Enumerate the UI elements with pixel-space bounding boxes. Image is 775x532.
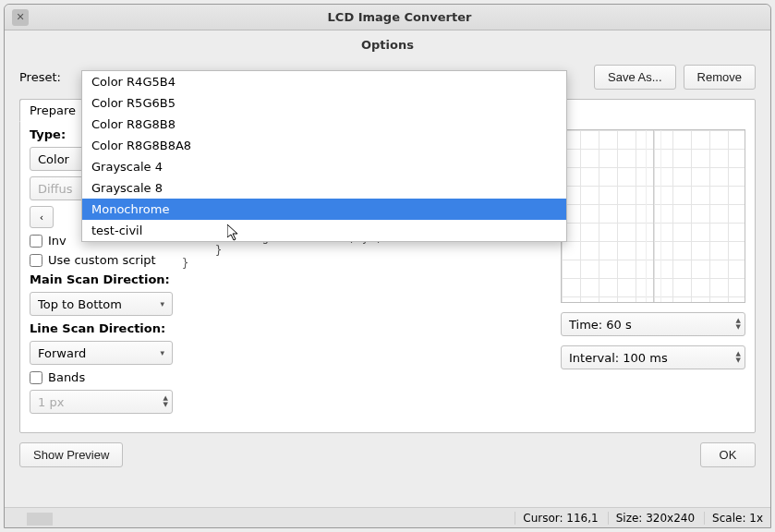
main-scan-value: Top to Bottom [38,297,122,311]
preset-dropdown[interactable]: Color R4G5B4Color R5G6B5Color R8G8B8Colo… [81,70,567,242]
dither-value: Diffus [38,182,73,196]
close-button[interactable]: ✕ [12,9,29,26]
show-preview-button[interactable]: Show Preview [19,442,123,467]
main-scan-select[interactable]: Top to Bottom ▾ [30,292,173,316]
custom-script-checkbox[interactable]: Use custom script [30,253,173,267]
spinner-icon[interactable]: ▲▼ [736,351,741,364]
preset-option[interactable]: Color R8G8B8A8 [82,135,566,156]
preset-option[interactable]: Color R4G5B4 [82,71,566,92]
dialog-title: Options [5,30,770,59]
invert-input[interactable] [30,235,42,248]
type-value: Color [38,152,69,166]
time-spinbox[interactable]: Time: 60 s ▲▼ [561,312,745,336]
save-as-button[interactable]: Save As... [594,65,676,90]
resize-grip[interactable] [27,513,53,526]
bands-px-spinbox: 1 px ▲▼ [30,390,173,414]
custom-script-input[interactable] [30,254,42,267]
preset-option[interactable]: Monochrome [82,199,566,220]
line-scan-label: Line Scan Direction: [30,321,173,335]
remove-button[interactable]: Remove [684,65,756,90]
preset-option[interactable]: Color R8G8B8 [82,114,566,135]
line-scan-select[interactable]: Forward ▾ [30,341,173,365]
preset-option[interactable]: test-civil [82,220,566,241]
preset-option[interactable]: Color R5G6B5 [82,92,566,114]
preview-grid [561,129,745,303]
ok-button[interactable]: OK [700,442,756,467]
preset-option[interactable]: Grayscale 4 [82,156,566,177]
spinner-icon: ▲▼ [163,395,168,408]
chevron-down-icon: ▾ [156,299,168,308]
bands-px-value: 1 px [38,395,64,409]
window-title: LCD Image Converter [29,10,770,24]
prev-button[interactable]: ‹ [30,206,54,228]
main-scan-label: Main Scan Direction: [30,272,173,286]
line-scan-value: Forward [38,346,86,360]
interval-value: Interval: 100 ms [569,351,668,365]
status-size: Size: 320x240 [608,512,695,525]
bands-input[interactable] [30,371,42,384]
invert-label: Inv [48,234,67,248]
interval-spinbox[interactable]: Interval: 100 ms ▲▼ [561,345,745,369]
tab-prepare[interactable]: Prepare [19,99,86,122]
preset-option[interactable]: Grayscale 8 [82,177,566,199]
chevron-down-icon: ▾ [156,348,168,357]
status-cursor: Cursor: 116,1 [515,512,598,525]
bands-checkbox[interactable]: Bands [30,370,173,384]
preset-label: Preset: [19,70,61,84]
custom-script-label: Use custom script [48,253,156,267]
spinner-icon[interactable]: ▲▼ [736,318,741,331]
status-scale: Scale: 1x [704,512,763,525]
time-value: Time: 60 s [569,318,632,332]
bands-label: Bands [48,370,85,384]
